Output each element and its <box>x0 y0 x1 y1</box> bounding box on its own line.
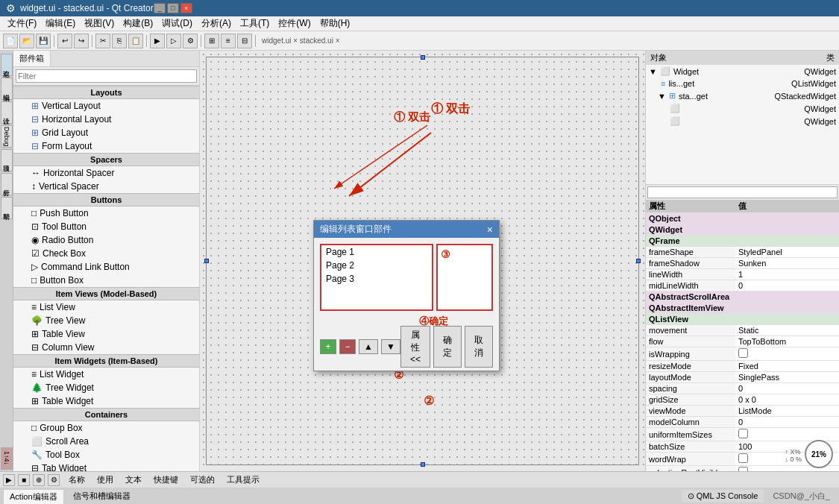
dialog-page-list[interactable]: Page 1 Page 2 Page 3 <box>320 244 433 311</box>
prop-frameshadow-val[interactable]: Sunken <box>735 258 839 269</box>
dialog-page-item-1[interactable]: Page 1 <box>321 245 432 259</box>
tb-paste[interactable]: 📋 <box>128 34 143 48</box>
panel-btn-help[interactable]: 帮助 <box>1 197 13 219</box>
tb-build[interactable]: ▶ <box>150 34 165 48</box>
widget-item-table-widget[interactable]: ⊞ Table Widget <box>13 394 199 408</box>
panel-btn-edit[interactable]: 编辑 <box>1 78 13 100</box>
prop-linewidth-val[interactable]: 1 <box>735 269 839 280</box>
bottom-build-btn[interactable]: ⚙ <box>48 474 60 486</box>
props-row-flow[interactable]: flowTopToBottom <box>646 336 839 347</box>
dialog-page-item-2[interactable]: Page 2 <box>321 259 432 272</box>
dialog-properties-btn[interactable]: 属性<< <box>400 326 430 368</box>
menu-edit[interactable]: 编辑(E) <box>41 16 80 31</box>
widget-item-button-box[interactable]: □ Button Box <box>13 274 199 287</box>
minimize-button[interactable]: _ <box>154 3 166 13</box>
prop-uniformitem-val[interactable] <box>735 428 839 441</box>
widget-item-list-widget[interactable]: ≡ List Widget <box>13 368 199 381</box>
sidebar-tab-widgets[interactable]: 部件箱 <box>13 51 51 66</box>
widget-item-table-view[interactable]: ⊞ Table View <box>13 327 199 341</box>
props-row-modelcolumn[interactable]: modelColumn0 <box>646 417 839 428</box>
widget-item-list-view[interactable]: ≡ List View <box>13 300 199 314</box>
obj-item-stacked[interactable]: ▼ ⊞ sta...get QStackedWidget <box>646 89 839 102</box>
menu-tools[interactable]: 工具(T) <box>236 16 274 31</box>
obj-item-page1[interactable]: ⬜ QWidget <box>646 102 839 115</box>
tb-form[interactable]: ⊟ <box>237 34 252 48</box>
tb-run[interactable]: ▷ <box>166 34 181 48</box>
menu-debug[interactable]: 调试(D) <box>157 16 197 31</box>
tb-copy[interactable]: ⎘ <box>112 34 127 48</box>
widget-item-scroll-area[interactable]: ⬜Scroll Area <box>13 435 199 448</box>
prop-flow-val[interactable]: TopToBottom <box>735 336 839 347</box>
prop-gridsize-val[interactable]: 0 x 0 <box>735 394 839 406</box>
dialog-remove-btn[interactable]: − <box>339 339 356 354</box>
props-row-midlinewidth[interactable]: midLineWidth0 <box>646 280 839 292</box>
props-row-linewidth[interactable]: lineWidth1 <box>646 269 839 280</box>
widget-item-tool-button[interactable]: ⊡ Tool Button <box>13 220 199 233</box>
tb-new[interactable]: 📄 <box>3 34 18 48</box>
bottom-stop-btn[interactable]: ■ <box>18 474 30 486</box>
dialog-ok-btn[interactable]: 确定 ④确定 <box>433 326 462 368</box>
zoom-indicator[interactable]: 21% <box>805 440 833 468</box>
props-row-resizemode[interactable]: resizeModeFixed <box>646 361 839 372</box>
prop-spacing-val[interactable]: 0 <box>735 383 839 394</box>
dialog-cancel-btn[interactable]: 取消 <box>465 326 493 368</box>
panel-btn-project[interactable]: 项目 <box>1 149 13 171</box>
menu-view[interactable]: 视图(V) <box>80 16 119 31</box>
uniformitem-checkbox[interactable] <box>738 429 748 438</box>
widget-item-tool-box[interactable]: 🔧Tool Box <box>13 448 199 462</box>
tb-save[interactable]: 💾 <box>36 34 51 48</box>
widget-item-column-view[interactable]: ⊟ Column View <box>13 341 199 354</box>
props-row-layoutmode[interactable]: layoutModeSinglePass <box>646 372 839 383</box>
widget-item-tree-view[interactable]: 🌳 Tree View <box>13 314 199 327</box>
sidebar-filter-input[interactable] <box>16 69 197 83</box>
panel-btn-design[interactable]: 设计 <box>1 101 13 124</box>
props-row-viewmode[interactable]: viewModeListMode <box>646 406 839 417</box>
dialog-down-btn[interactable]: ▼ <box>381 339 400 354</box>
prop-iswrapping-val[interactable] <box>735 347 839 361</box>
wordwrap-checkbox[interactable] <box>738 453 748 463</box>
props-row-movement[interactable]: movementStatic <box>646 325 839 336</box>
widget-item-tree-widget[interactable]: 🌲 Tree Widget <box>13 381 199 394</box>
widget-item-horizontal-layout[interactable]: ⊟ Horizontal Layout <box>13 113 199 126</box>
widget-item-group-box[interactable]: □Group Box <box>13 421 199 435</box>
dialog-up-btn[interactable]: ▲ <box>359 339 378 354</box>
menu-controls[interactable]: 控件(W) <box>274 16 315 31</box>
maximize-button[interactable]: □ <box>167 3 179 13</box>
widget-item-command-link[interactable]: ▷ Command Link Button <box>13 260 199 274</box>
panel-btn-log[interactable]: 1↑4↓ <box>1 447 13 470</box>
menu-build[interactable]: 构建(B) <box>119 16 157 31</box>
iswrapping-checkbox[interactable] <box>738 348 748 358</box>
prop-layoutmode-val[interactable]: SinglePass <box>735 372 839 383</box>
tb-undo[interactable]: ↩ <box>57 34 72 48</box>
panel-btn-analyze[interactable]: 分析 <box>1 173 13 195</box>
selectionrect-checkbox[interactable] <box>738 467 748 471</box>
tb-redo[interactable]: ↪ <box>74 34 89 48</box>
menu-analyze[interactable]: 分析(A) <box>197 16 236 31</box>
obj-item-widget[interactable]: ▼ ⬜ Widget QWidget <box>646 65 839 78</box>
props-row-frameshadow[interactable]: frameShadowSunken <box>646 258 839 269</box>
widget-item-grid-layout[interactable]: ⊞ Grid Layout <box>13 126 199 139</box>
widget-item-form-layout[interactable]: ⊟ Form Layout <box>13 139 199 153</box>
props-row-spacing[interactable]: spacing0 <box>646 383 839 394</box>
props-row-iswrapping[interactable]: isWrapping <box>646 347 839 361</box>
tb-align[interactable]: ≡ <box>221 34 236 48</box>
obj-item-page2[interactable]: ⬜ QWidget <box>646 115 839 127</box>
widget-item-h-spacer[interactable]: ↔ Horizontal Spacer <box>13 166 199 180</box>
bottom-step-btn[interactable]: ⊕ <box>33 474 45 486</box>
tb-cut[interactable]: ✂ <box>95 34 110 48</box>
widget-item-tab-widget[interactable]: ⊟Tab Widget <box>13 462 199 471</box>
widget-item-v-spacer[interactable]: ↕ Vertical Spacer <box>13 180 199 193</box>
widget-item-push-button[interactable]: □ Push Button <box>13 207 199 220</box>
bottom-play-btn[interactable]: ▶ <box>3 474 15 486</box>
dialog-page-item-3[interactable]: Page 3 <box>321 272 432 286</box>
widget-item-vertical-layout[interactable]: ⊞ Vertical Layout <box>13 99 199 113</box>
props-row-selectionrect[interactable]: selectionRectVisible <box>646 466 839 472</box>
prop-viewmode-val[interactable]: ListMode <box>735 406 839 417</box>
panel-btn-welcome[interactable]: 欢迎 <box>1 54 13 76</box>
obj-item-listwidget[interactable]: ≡ lis...get QListWidget <box>646 78 839 89</box>
props-row-gridsize[interactable]: gridSize0 x 0 <box>646 394 839 406</box>
widget-item-check-box[interactable]: ☑ Check Box <box>13 247 199 260</box>
props-row-frameshape[interactable]: frameShapeStyledPanel <box>646 247 839 258</box>
prop-frameshape-val[interactable]: StyledPanel <box>735 247 839 258</box>
menu-file[interactable]: 文件(F) <box>3 16 41 31</box>
